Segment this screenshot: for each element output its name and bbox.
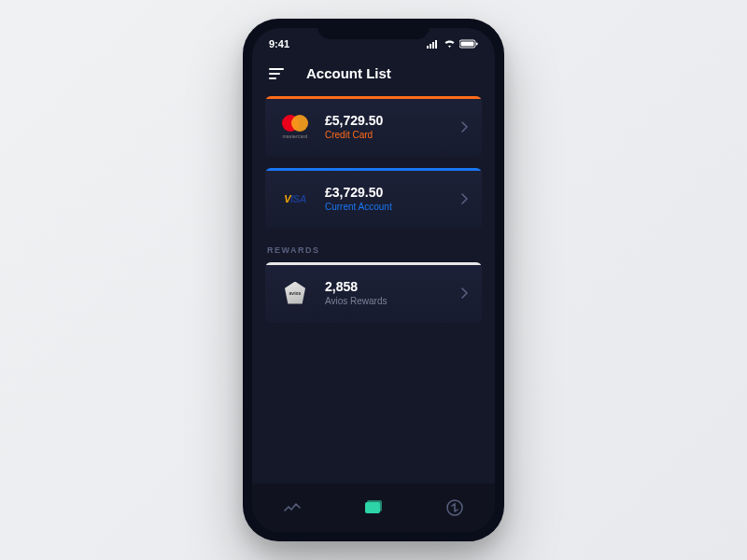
account-type: Credit Card [325,130,448,140]
svg-rect-5 [461,42,474,47]
screen: 9:41 Account List mastercard [252,28,495,532]
chevron-right-icon [461,193,469,204]
svg-rect-8 [367,500,382,511]
chevron-right-icon [461,287,469,299]
device-notch [317,19,430,39]
rewards-card-avios[interactable]: avios 2,858 Avios Rewards [265,262,482,323]
mastercard-logo: mastercard [278,115,312,139]
svg-rect-2 [432,42,434,49]
rewards-label: Avios Rewards [325,296,448,306]
chevron-right-icon [461,121,469,133]
account-card-visa[interactable]: VISA £3,729.50 Current Account [265,168,482,229]
account-card-mastercard[interactable]: mastercard £5,729.50 Credit Card [265,96,482,157]
phone-frame: 9:41 Account List mastercard [243,19,504,541]
nav-transfer-icon[interactable] [436,489,473,526]
page-title: Account List [306,65,391,81]
account-balance: £5,729.50 [325,113,448,128]
svg-rect-0 [427,46,429,49]
account-balance: £3,729.50 [325,185,448,200]
svg-rect-1 [430,44,431,49]
app-header: Account List [252,58,495,96]
status-time: 9:41 [269,38,289,49]
rewards-info: 2,858 Avios Rewards [325,279,448,306]
rewards-points: 2,858 [325,279,448,294]
signal-icon [427,39,440,49]
rewards-heading: REWARDS [267,245,480,255]
status-indicators [427,39,478,49]
menu-icon[interactable] [269,68,284,79]
nav-chart-icon[interactable] [274,489,311,526]
account-info: £5,729.50 Credit Card [325,113,448,140]
account-info: £3,729.50 Current Account [325,185,448,212]
account-type: Current Account [325,202,448,212]
svg-rect-6 [476,43,478,46]
nav-wallet-icon[interactable] [355,489,392,526]
wifi-icon [444,39,456,49]
bottom-nav [252,483,495,532]
avios-logo: avios [278,282,312,304]
svg-rect-3 [435,40,437,49]
battery-icon [459,39,478,49]
visa-logo: VISA [278,193,312,204]
content-area: mastercard £5,729.50 Credit Card VISA £3… [252,96,495,483]
